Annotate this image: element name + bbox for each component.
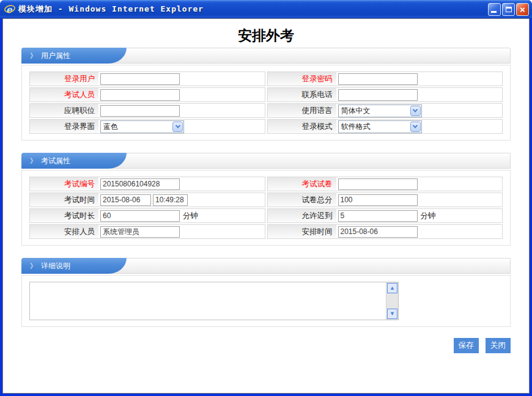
- section-detail-description: 》详细说明 ▲ ▼: [21, 258, 511, 327]
- unit-label: 分钟: [421, 211, 436, 221]
- scroll-up-icon: ▲: [390, 285, 395, 291]
- section-tab: 》详细说明: [21, 258, 108, 274]
- field-input-wrap: [98, 193, 265, 207]
- field-input-wrap: 简体中文: [336, 104, 503, 117]
- field-exam-person: 考试人员: [29, 87, 265, 102]
- titlebar[interactable]: e 模块增加 - Windows Internet Explorer ×: [0, 0, 532, 18]
- exam-date-input[interactable]: [100, 194, 151, 206]
- section-title: 用户属性: [41, 51, 70, 60]
- language-select[interactable]: 简体中文: [338, 105, 422, 117]
- scroll-down-button[interactable]: ▼: [387, 309, 397, 319]
- contact-phone-input[interactable]: [338, 89, 418, 101]
- field-label: 考试时间: [30, 193, 98, 207]
- field-label: 使用语言: [268, 104, 336, 117]
- exam-clock-input[interactable]: [153, 194, 188, 206]
- field-input-wrap: [336, 88, 503, 101]
- field-login-user: 登录用户: [29, 72, 265, 86]
- field-label: 登录界面: [30, 120, 98, 133]
- save-button[interactable]: 保存: [454, 338, 479, 353]
- field-login-password: 登录密码: [267, 72, 503, 86]
- field-input-wrap: [336, 193, 503, 207]
- field-label: 安排时间: [268, 225, 336, 238]
- login-user-input[interactable]: [100, 73, 180, 85]
- select-value: 简体中文: [341, 106, 371, 116]
- section-header: 》考试属性: [21, 153, 511, 169]
- login-password-input[interactable]: [338, 73, 418, 85]
- field-contact-phone: 联系电话: [267, 87, 503, 102]
- section-marker: 》: [30, 262, 37, 270]
- unit-label: 分钟: [183, 211, 198, 221]
- field-exam-no: 考试编号: [29, 177, 265, 191]
- window-controls: ×: [487, 3, 529, 16]
- chevron-down-icon: [410, 122, 421, 132]
- field-late-allowed: 允许迟到 分钟: [267, 208, 503, 223]
- field-label: 考试试卷: [268, 177, 336, 191]
- minimize-button[interactable]: [488, 3, 501, 16]
- field-input-wrap: [336, 177, 503, 191]
- detail-textarea[interactable]: [30, 282, 386, 320]
- arrange-time-input[interactable]: [338, 226, 418, 238]
- field-label: 应聘职位: [30, 104, 98, 117]
- field-label: 联系电话: [268, 88, 336, 101]
- close-button[interactable]: ×: [516, 3, 529, 16]
- section-header: 》详细说明: [21, 258, 511, 274]
- section-tab: 》考试属性: [21, 153, 108, 169]
- section-body: 考试编号 考试试卷 考试时间: [21, 170, 511, 246]
- section-user-attributes: 》用户属性 登录用户 登录密码: [21, 48, 511, 141]
- scrollbar[interactable]: ▲ ▼: [386, 282, 398, 320]
- field-input-wrap: 蓝色: [98, 120, 265, 133]
- field-login-mode: 登录模式 软件格式: [267, 119, 503, 134]
- section-body: 登录用户 登录密码 考试人员: [21, 65, 511, 141]
- field-input-wrap: 分钟: [98, 209, 265, 222]
- exam-paper-input[interactable]: [338, 178, 418, 190]
- field-exam-paper: 考试试卷: [267, 177, 503, 191]
- late-allowed-input[interactable]: [338, 210, 418, 222]
- login-mode-select[interactable]: 软件格式: [338, 120, 422, 133]
- arranger-input[interactable]: [100, 226, 180, 238]
- scroll-down-icon: ▼: [390, 311, 395, 317]
- close-icon: ×: [520, 5, 525, 14]
- field-login-ui: 登录界面 蓝色: [29, 119, 265, 134]
- maximize-button[interactable]: [502, 3, 515, 16]
- field-arrange-time: 安排时间: [267, 224, 503, 239]
- exam-duration-input[interactable]: [100, 210, 180, 222]
- maximize-icon: [506, 7, 512, 12]
- section-tab: 》用户属性: [21, 48, 108, 64]
- chevron-down-icon: [410, 106, 421, 116]
- detail-textarea-wrap: ▲ ▼: [29, 282, 399, 320]
- field-input-wrap: 软件格式: [336, 120, 503, 133]
- page-title: 安排外考: [3, 26, 529, 45]
- window-title: 模块增加 - Windows Internet Explorer: [18, 4, 487, 15]
- browser-window: e 模块增加 - Windows Internet Explorer × 安排外…: [0, 0, 532, 396]
- section-marker: 》: [30, 52, 37, 59]
- field-label: 考试人员: [30, 88, 98, 101]
- paper-score-input[interactable]: [338, 194, 418, 206]
- apply-position-input[interactable]: [100, 105, 180, 117]
- scroll-up-button[interactable]: ▲: [387, 283, 397, 293]
- field-label: 考试编号: [30, 177, 98, 191]
- field-label: 登录密码: [268, 72, 336, 86]
- section-title: 详细说明: [41, 262, 70, 270]
- window-body: 安排外考 》用户属性 登录用户 登录密码: [0, 18, 532, 396]
- field-input-wrap: [98, 72, 265, 86]
- field-label: 登录用户: [30, 72, 98, 86]
- exam-no-input[interactable]: [100, 178, 180, 190]
- field-input-wrap: 分钟: [336, 209, 503, 222]
- close-page-button[interactable]: 关闭: [486, 338, 511, 353]
- exam-person-input[interactable]: [100, 89, 180, 101]
- field-paper-score: 试卷总分: [267, 193, 503, 207]
- login-ui-select[interactable]: 蓝色: [100, 120, 184, 133]
- field-input-wrap: [98, 88, 265, 101]
- field-exam-duration: 考试时长 分钟: [29, 208, 265, 223]
- field-input-wrap: [336, 72, 503, 86]
- ie-logo-icon: e: [4, 4, 15, 15]
- field-input-wrap: [98, 225, 265, 238]
- field-apply-position: 应聘职位: [29, 103, 265, 118]
- field-input-wrap: [98, 177, 265, 191]
- field-language: 使用语言 简体中文: [267, 103, 503, 118]
- field-label: 登录模式: [268, 120, 336, 133]
- minimize-icon: [491, 11, 497, 13]
- field-input-wrap: [336, 225, 503, 238]
- select-value: 蓝色: [103, 122, 118, 132]
- field-arranger: 安排人员: [29, 224, 265, 239]
